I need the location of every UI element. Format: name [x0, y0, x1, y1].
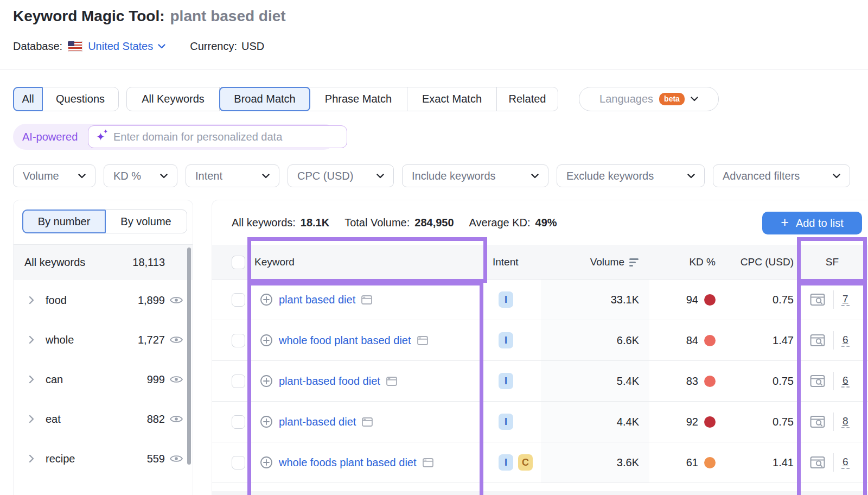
serp-window-icon[interactable] — [361, 295, 372, 304]
database-value: United States — [88, 40, 153, 53]
chevron-right-icon[interactable] — [29, 296, 34, 304]
currency-label: Currency:USD — [190, 40, 264, 53]
group-count: 882 — [147, 412, 165, 425]
sidebar-scrollbar[interactable] — [187, 248, 191, 465]
volume-value: 33.1K — [541, 280, 639, 320]
tab-broad-match[interactable]: Broad Match — [219, 87, 310, 111]
eye-icon[interactable] — [169, 454, 183, 464]
toggle-by-volume[interactable]: By volume — [105, 210, 187, 233]
cpc-filter[interactable]: CPC (USD) — [288, 164, 394, 187]
ai-powered-bar: AI-powered ✦✦ — [13, 124, 336, 150]
serp-window-icon[interactable] — [362, 417, 373, 427]
keyword-link[interactable]: plant-based diet — [279, 416, 356, 428]
cpc-value: 0.75 — [722, 361, 794, 401]
chevron-right-icon[interactable] — [29, 454, 34, 463]
sf-count-link[interactable]: 6 — [841, 334, 850, 347]
volume-filter[interactable]: Volume — [13, 164, 95, 187]
all-keywords-row[interactable]: All keywords 18,113 — [14, 245, 193, 280]
add-keyword-icon[interactable] — [260, 293, 273, 306]
keywords-table-card: All keywords: 18.1K Total Volume: 284,95… — [212, 200, 868, 495]
chevron-down-icon — [262, 174, 270, 179]
summary-average-kd-label: Average KD: — [469, 217, 531, 229]
volume-column-header[interactable]: Volume — [541, 245, 639, 280]
serp-preview-icon[interactable] — [810, 375, 826, 388]
table-row: whole food plant based diet I 6.6K 84 1.… — [212, 320, 868, 361]
chevron-down-icon — [531, 174, 539, 179]
currency-value: USD — [241, 40, 264, 52]
row-checkbox[interactable] — [232, 415, 245, 429]
add-keyword-icon[interactable] — [260, 375, 273, 388]
add-to-list-button[interactable]: + Add to list — [762, 212, 862, 234]
add-keyword-icon[interactable] — [260, 456, 273, 469]
add-keyword-icon[interactable] — [260, 334, 273, 347]
serp-preview-icon[interactable] — [810, 415, 826, 428]
eye-icon[interactable] — [169, 295, 183, 305]
tab-phrase-match[interactable]: Phrase Match — [310, 87, 407, 111]
include-keywords-filter[interactable]: Include keywords — [402, 164, 548, 187]
row-checkbox[interactable] — [232, 334, 245, 347]
keyword-groups-sidebar: By number By volume All keywords 18,113 … — [13, 200, 193, 495]
kd-filter[interactable]: KD % — [104, 164, 177, 187]
page-title: Keyword Magic Tool:plant based diet — [13, 8, 286, 25]
filters-row: Volume KD % Intent CPC (USD) Include key… — [13, 164, 850, 187]
chevron-right-icon[interactable] — [29, 335, 34, 344]
sf-count-link[interactable]: 6 — [841, 456, 850, 469]
group-count: 1,899 — [138, 294, 165, 306]
keyword-group-can[interactable]: can 999 — [14, 359, 193, 399]
keyword-group-food[interactable]: food 1,899 — [14, 280, 193, 320]
cpc-value: 0.75 — [722, 280, 794, 320]
keyword-link[interactable]: plant-based food diet — [279, 375, 380, 388]
select-all-checkbox[interactable] — [232, 256, 245, 269]
partial-next-row — [212, 483, 868, 495]
domain-input[interactable] — [113, 131, 339, 143]
advanced-filters[interactable]: Advanced filters — [713, 164, 850, 187]
intent-filter[interactable]: Intent — [186, 164, 279, 187]
tab-all-keywords[interactable]: All Keywords — [127, 87, 220, 111]
group-count: 559 — [147, 452, 165, 465]
database-selector[interactable]: United States — [88, 40, 165, 53]
keyword-group-recipe[interactable]: recipe 559 — [14, 439, 193, 478]
serp-preview-icon[interactable] — [810, 293, 826, 306]
tab-related[interactable]: Related — [497, 87, 558, 111]
intent-badge-informational: I — [499, 332, 513, 348]
chevron-down-icon — [160, 174, 168, 179]
toggle-by-number[interactable]: By number — [22, 210, 106, 233]
keyword-link[interactable]: whole food plant based diet — [279, 334, 411, 347]
kd-value: 83 — [686, 375, 698, 388]
sf-count-link[interactable]: 8 — [841, 415, 850, 429]
tab-exact-match[interactable]: Exact Match — [407, 87, 497, 111]
tab-all[interactable]: All — [13, 87, 43, 111]
chevron-right-icon[interactable] — [29, 415, 34, 423]
serp-window-icon[interactable] — [423, 458, 433, 467]
eye-icon[interactable] — [169, 414, 183, 424]
group-count: 1,727 — [138, 333, 165, 346]
summary-total-volume-value: 284,950 — [414, 217, 454, 229]
database-label: Database: — [13, 40, 62, 53]
serp-window-icon[interactable] — [417, 336, 428, 345]
keyword-group-eat[interactable]: eat 882 — [14, 399, 193, 439]
tab-questions[interactable]: Questions — [42, 87, 118, 111]
add-keyword-icon[interactable] — [260, 415, 273, 428]
row-checkbox[interactable] — [232, 375, 245, 388]
exclude-keywords-filter[interactable]: Exclude keywords — [557, 164, 705, 187]
languages-dropdown[interactable]: Languages beta — [579, 87, 719, 111]
eye-icon[interactable] — [169, 375, 183, 384]
keyword-link[interactable]: whole foods plant based diet — [279, 456, 417, 469]
serp-preview-icon[interactable] — [810, 334, 826, 347]
serp-preview-icon[interactable] — [810, 456, 826, 469]
sf-count-link[interactable]: 6 — [841, 375, 850, 388]
chevron-right-icon[interactable] — [29, 375, 34, 384]
sf-count-link[interactable]: 7 — [841, 293, 850, 307]
row-checkbox[interactable] — [232, 293, 245, 307]
intent-badge-informational: I — [499, 414, 513, 430]
divider — [833, 412, 834, 431]
eye-icon[interactable] — [169, 335, 183, 345]
kd-value: 94 — [686, 294, 698, 306]
keyword-link[interactable]: plant based diet — [279, 294, 355, 306]
row-checkbox[interactable] — [232, 456, 245, 469]
keyword-group-whole[interactable]: whole 1,727 — [14, 320, 193, 359]
serp-window-icon[interactable] — [386, 377, 397, 386]
match-type-tab-group: All Keywords Broad Match Phrase Match Ex… — [126, 87, 558, 111]
intent-badge-informational: I — [499, 373, 513, 389]
divider — [833, 290, 834, 309]
